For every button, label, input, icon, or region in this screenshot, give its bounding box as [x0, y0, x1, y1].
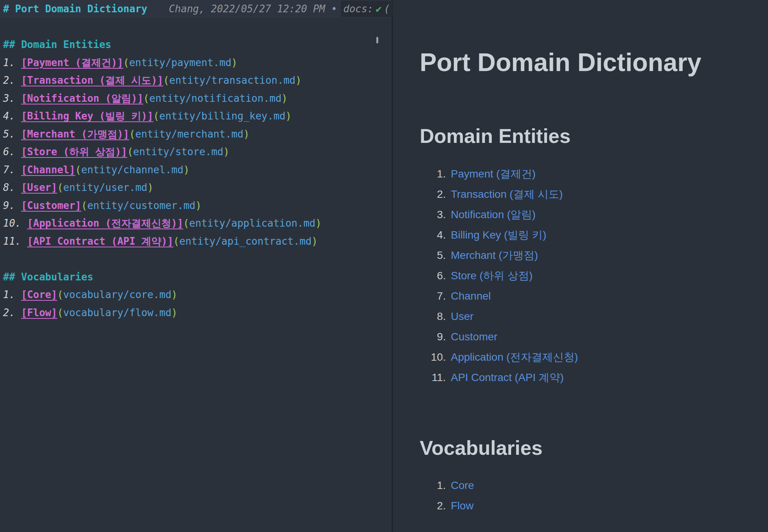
list-item-number: 10. — [420, 347, 446, 367]
list-item: 5.Merchant (가맹점) — [420, 245, 768, 265]
markdown-h2-source: ## Vocabularies — [0, 268, 392, 286]
list-number: 1. — [3, 57, 15, 68]
blank-line — [0, 250, 392, 268]
editor-link[interactable]: [Notification (알림)] — [21, 93, 143, 104]
editor-link[interactable]: [Transaction (결제 시도)] — [21, 75, 163, 86]
check-icon: ✔ — [376, 0, 382, 18]
docs-status-label: docs: — [343, 0, 373, 18]
preview-link[interactable]: Customer — [451, 326, 497, 347]
markdown-list-line: 7. [Channel](entity/channel.md) — [0, 161, 392, 179]
preview-link[interactable]: Core — [451, 475, 474, 496]
close-paren: ) — [195, 200, 202, 211]
preview-link[interactable]: Store (하위 상점) — [451, 265, 533, 286]
link-url: entity/channel.md — [81, 164, 184, 176]
markdown-list-line: 5. [Merchant (가맹점)](entity/merchant.md) — [0, 125, 392, 143]
markdown-h2-text: ## Domain Entities — [3, 39, 111, 50]
editor-link[interactable]: [Store (하위 상점)] — [21, 146, 127, 157]
open-paren: ( — [129, 128, 135, 140]
spacer — [15, 200, 21, 211]
editor-link[interactable]: [Billing Key (빌링 키)] — [21, 110, 153, 122]
link-url: entity/user.md — [63, 182, 147, 193]
list-item: 3.Notification (알림) — [420, 204, 768, 225]
close-paren: ) — [281, 93, 288, 104]
list-item: 2.Transaction (결제 시도) — [420, 184, 768, 204]
preview-link[interactable]: Transaction (결제 시도) — [451, 184, 563, 204]
link-url: entity/payment.md — [129, 57, 231, 68]
markdown-list-line: 8. [User](entity/user.md) — [0, 179, 392, 197]
list-number: 2. — [3, 75, 15, 86]
preview-link[interactable]: User — [451, 306, 473, 326]
close-paren: ) — [147, 182, 154, 193]
open-paren: ( — [183, 217, 189, 229]
open-paren: ( — [75, 164, 81, 176]
list-item-number: 7. — [420, 286, 446, 306]
markdown-h2-text: ## Vocabularies — [3, 271, 93, 283]
open-paren: ( — [57, 289, 63, 300]
markdown-preview-pane: Port Domain Dictionary Domain Entities1.… — [393, 0, 768, 532]
close-paren: ) — [171, 307, 177, 318]
list-number: 7. — [3, 164, 15, 176]
list-item: 10.Application (전자결제신청) — [420, 347, 768, 367]
editor-link[interactable]: [Payment (결제건)] — [21, 57, 123, 68]
preview-link[interactable]: Application (전자결제신청) — [451, 347, 578, 367]
editor-link[interactable]: [Core] — [21, 289, 57, 300]
list-item-number: 5. — [420, 245, 446, 265]
document-header-line: # Port Domain Dictionary Chang, 2022/05/… — [0, 0, 392, 18]
preview-link[interactable]: Notification (알림) — [451, 204, 536, 225]
list-item: 6.Store (하위 상점) — [420, 265, 768, 286]
markdown-list-line: 1. [Core](vocabulary/core.md) — [0, 286, 392, 304]
editor-link[interactable]: [Flow] — [21, 307, 57, 318]
close-paren: ) — [285, 110, 291, 122]
markdown-source-pane[interactable]: # Port Domain Dictionary Chang, 2022/05/… — [0, 0, 392, 532]
spacer — [15, 75, 21, 86]
truncated-text: ( — [384, 0, 390, 18]
spacer — [21, 235, 27, 247]
close-paren: ) — [184, 164, 190, 176]
list-number: 2. — [3, 307, 15, 318]
preview-list: 1.Core2.Flow — [420, 475, 768, 516]
open-paren: ( — [57, 307, 63, 318]
list-item-number: 9. — [420, 326, 446, 347]
link-url: entity/store.md — [133, 146, 223, 157]
preview-section-heading: Vocabularies — [420, 438, 768, 459]
preview-link[interactable]: Payment (결제건) — [451, 164, 536, 184]
preview-link[interactable]: Merchant (가맹점) — [451, 245, 538, 265]
list-item-number: 3. — [420, 204, 446, 225]
link-url: entity/customer.md — [87, 200, 195, 211]
open-paren: ( — [143, 93, 149, 104]
editor-link[interactable]: [Application (전자결제신청)] — [27, 217, 183, 229]
preview-link[interactable]: Flow — [451, 496, 473, 516]
scrollbar-thumb[interactable] — [376, 37, 378, 43]
spacer — [15, 307, 21, 318]
markdown-source-body: ## Domain Entities1. [Payment (결제건)](ent… — [0, 18, 392, 322]
link-url: entity/transaction.md — [169, 75, 296, 86]
preview-section-heading: Domain Entities — [420, 126, 768, 147]
editor-link[interactable]: [API Contract (API 계약)] — [27, 235, 174, 247]
blank-line — [0, 18, 392, 36]
markdown-list-line: 11. [API Contract (API 계약)](entity/api_c… — [0, 232, 392, 250]
preview-link[interactable]: Billing Key (빌링 키) — [451, 225, 546, 245]
link-url: vocabulary/flow.md — [63, 307, 172, 318]
editor-link[interactable]: [Customer] — [21, 200, 81, 211]
preview-link[interactable]: API Contract (API 계약) — [451, 367, 564, 388]
close-paren: ) — [311, 235, 318, 247]
close-paren: ) — [295, 75, 301, 86]
markdown-list-line: 4. [Billing Key (빌링 키)](entity/billing_k… — [0, 107, 392, 125]
list-number: 11. — [3, 235, 21, 247]
list-item: 7.Channel — [420, 286, 768, 306]
markdown-list-line: 9. [Customer](entity/customer.md) — [0, 197, 392, 215]
list-number: 9. — [3, 200, 15, 211]
editor-link[interactable]: [Channel] — [21, 164, 75, 176]
editor-link[interactable]: [User] — [21, 182, 57, 193]
list-item: 11.API Contract (API 계약) — [420, 367, 768, 388]
markdown-list-line: 10. [Application (전자결제신청)](entity/applic… — [0, 214, 392, 232]
markdown-h2-source: ## Domain Entities — [0, 36, 392, 54]
list-item-number: 2. — [420, 496, 446, 516]
preview-link[interactable]: Channel — [451, 286, 491, 306]
open-paren: ( — [153, 110, 159, 122]
list-number: 6. — [3, 146, 15, 157]
docs-status-chip[interactable]: docs: ✔ ( — [341, 1, 392, 17]
markdown-list-line: 1. [Payment (결제건)](entity/payment.md) — [0, 54, 392, 72]
preview-page-title: Port Domain Dictionary — [420, 49, 768, 76]
editor-link[interactable]: [Merchant (가맹점)] — [21, 128, 129, 140]
